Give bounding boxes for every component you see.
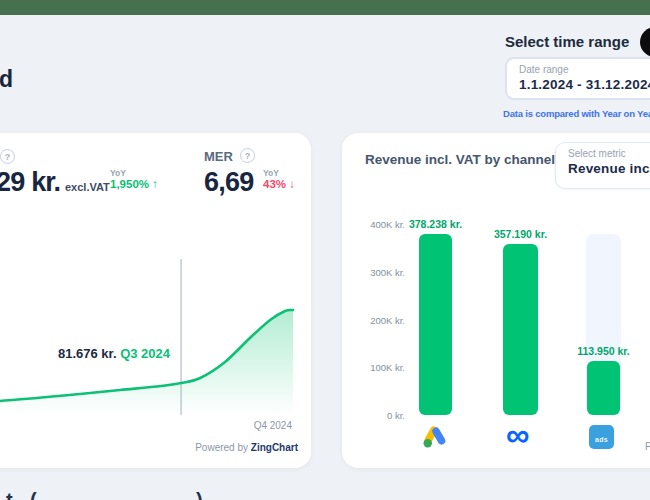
kpi-value-suffix: excl.VAT — [65, 181, 110, 193]
comparison-note: Data is compared with Year on Year — [503, 108, 650, 119]
kpi-card: ? 29 kr. excl.VAT YoY 1,950% ↑ MER ? 6,6… — [0, 133, 311, 468]
x-axis-label: Q4 2024 — [192, 420, 292, 431]
question-mark: ? — [5, 152, 11, 162]
mer-yoy-block: YoY 43% ↓ — [263, 169, 295, 191]
date-range-input[interactable]: Date range 1.1.2024 - 31.12.2024 — [505, 57, 650, 100]
avatar[interactable] — [640, 27, 650, 57]
channel-card-title: Revenue incl. VAT by channel — [365, 152, 555, 167]
bar-meta[interactable] — [503, 244, 538, 415]
yoy-value-up: 1,950% ↑ — [110, 178, 158, 191]
help-icon[interactable]: ? — [0, 149, 15, 164]
heading-fragment: ( — [30, 489, 37, 500]
chart-annotation: 81.676 kr. Q3 2024 — [0, 346, 170, 361]
heading-fragment: t — [6, 489, 13, 500]
bar-value-label: 378.238 kr. — [391, 218, 481, 230]
question-mark: ? — [245, 151, 251, 161]
y-axis-tick: 0 kr. — [350, 410, 405, 421]
clipped-bottom-heading: t ( ) — [0, 489, 230, 500]
bar-value-label: 357.190 kr. — [476, 228, 566, 240]
powered-by-text: Powered by — [645, 441, 650, 452]
date-range-input-label: Date range — [519, 64, 568, 75]
powered-by: Powered by ZingChart — [98, 442, 298, 453]
zingchart-brand: ZingChart — [251, 442, 298, 453]
yoy-value-down: 43% ↓ — [263, 178, 295, 191]
channel-card: Revenue incl. VAT by channel Select metr… — [342, 133, 650, 468]
metric-select[interactable]: Select metric Revenue incl. VAT — [555, 142, 650, 189]
yoy-label: YoY — [110, 169, 158, 178]
date-range-input-value: 1.1.2024 - 31.12.2024 — [519, 77, 650, 92]
bar-google-ads[interactable] — [419, 234, 452, 415]
top-navigation-bar — [0, 0, 650, 15]
dashboard-page: d Select time range Date range 1.1.2024 … — [0, 0, 650, 500]
ads-channel-icon: ads — [589, 425, 614, 449]
annotation-value: 81.676 kr. — [58, 346, 117, 361]
y-axis-tick: 300K kr. — [350, 267, 405, 278]
heading-fragment: ) — [196, 489, 203, 500]
powered-by-text: Powered by — [195, 442, 251, 453]
mer-value: 6,69 — [204, 167, 253, 198]
google-ads-icon — [422, 423, 448, 449]
y-axis-tick: 200K kr. — [350, 315, 405, 326]
mer-label: MER — [204, 149, 233, 164]
ads-channel-icon-label: ads — [595, 435, 608, 449]
annotation-period: Q3 2024 — [120, 346, 170, 361]
area-fill — [0, 310, 293, 415]
help-icon-mer[interactable]: ? — [240, 148, 255, 163]
kpi-yoy-block: YoY 1,950% ↑ — [110, 169, 158, 191]
metric-select-label: Select metric — [568, 148, 626, 159]
revenue-area-chart — [0, 259, 304, 417]
y-axis-tick: 100K kr. — [350, 362, 405, 373]
page-title-fragment: d — [0, 66, 13, 93]
powered-by-clipped: Powered by ZingChart — [645, 441, 650, 452]
yoy-label: YoY — [263, 169, 295, 178]
time-range-label: Select time range — [505, 33, 629, 50]
bar-ads[interactable] — [587, 361, 620, 415]
meta-icon: ∞ — [506, 420, 530, 450]
bar-value-label: 113.950 kr. — [559, 345, 649, 357]
kpi-value-profit: 29 kr. — [0, 167, 60, 198]
metric-select-value: Revenue incl. VAT — [568, 161, 650, 176]
